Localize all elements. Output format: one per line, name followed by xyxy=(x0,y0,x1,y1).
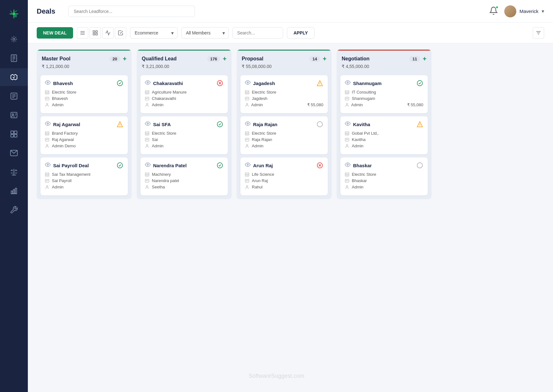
svg-point-38 xyxy=(117,81,123,86)
column-amount: ₹ 3,21,000.00 xyxy=(142,64,227,69)
svg-point-155 xyxy=(419,126,420,126)
sidebar-item-scale[interactable] xyxy=(0,163,28,181)
filter-dropdown[interactable]: Ecommerce All Retail xyxy=(130,27,177,39)
svg-point-141 xyxy=(246,185,248,187)
kanban-card[interactable]: Sai SFA Electric Store Sai Admin xyxy=(140,116,228,154)
svg-point-71 xyxy=(147,82,149,83)
svg-rect-79 xyxy=(145,97,149,100)
kanban-card[interactable]: Sai Payroll Deal Sai Tax Management Sai … xyxy=(40,157,128,195)
svg-rect-25 xyxy=(13,190,15,194)
svg-rect-160 xyxy=(345,138,349,141)
card-assignee-row: Admin xyxy=(345,185,423,189)
card-header: Raj Agarwal xyxy=(45,121,123,128)
svg-rect-171 xyxy=(345,179,349,182)
svg-point-114 xyxy=(246,98,247,99)
svg-point-172 xyxy=(346,180,347,181)
add-card-button[interactable]: + xyxy=(323,56,326,62)
card-title: Jagadesh xyxy=(253,81,275,86)
kanban-card[interactable]: Arun Raj Life Science Arun Raj Rahul xyxy=(240,157,328,195)
new-deal-button[interactable]: NEW DEAL xyxy=(37,27,73,39)
eye-icon xyxy=(145,162,151,169)
sidebar-item-phone[interactable] xyxy=(0,49,28,67)
sidebar-item-reports[interactable] xyxy=(0,87,28,105)
svg-rect-19 xyxy=(14,134,17,137)
card-header: Bhavesh xyxy=(45,80,123,87)
card-company: Electric Store xyxy=(45,90,123,95)
list-view-button[interactable] xyxy=(77,27,88,39)
svg-point-164 xyxy=(346,144,348,146)
card-company: Gobal Pvt Ltd,. xyxy=(345,131,423,136)
eye-icon xyxy=(45,80,51,87)
sidebar-item-dashboard[interactable] xyxy=(0,30,28,48)
svg-point-102 xyxy=(146,180,147,181)
svg-rect-86 xyxy=(145,132,149,135)
sort-button[interactable] xyxy=(533,27,544,39)
kanban-cards: Bhavesh Electric Store Bhavesh Admin Raj… xyxy=(37,73,132,199)
card-title-row: Jagadesh xyxy=(245,80,275,87)
sidebar-item-chart[interactable] xyxy=(0,182,28,200)
sidebar-item-deals[interactable] xyxy=(0,68,28,86)
kanban-card[interactable]: Raj Agarwal Brand Factory Raj Agarwal Ad… xyxy=(40,116,128,154)
search-filter-input[interactable] xyxy=(233,27,283,39)
card-assignee-row: Admin xyxy=(45,185,123,189)
card-title: Arun Raj xyxy=(253,163,273,168)
eye-icon xyxy=(245,80,251,87)
kanban-card[interactable]: Chakaravathi Agriculture Manure Chakarav… xyxy=(140,75,228,113)
eye-icon xyxy=(45,162,51,169)
sidebar-item-mail[interactable] xyxy=(0,144,28,162)
kanban-card[interactable]: Kavitha Gobal Pvt Ltd,. Kavitha Admin xyxy=(340,116,428,154)
card-header: Jagadesh xyxy=(245,80,323,87)
svg-rect-113 xyxy=(245,97,249,100)
notifications-bell[interactable] xyxy=(489,6,498,16)
svg-rect-39 xyxy=(45,90,49,94)
kanban-card[interactable]: Bhavesh Electric Store Bhavesh Admin xyxy=(40,75,128,113)
svg-point-153 xyxy=(347,123,349,125)
chevron-down-icon: ▾ xyxy=(542,8,544,14)
svg-point-44 xyxy=(46,98,47,99)
card-status-icon xyxy=(416,121,423,128)
svg-rect-16 xyxy=(11,131,14,134)
card-company: Electric Store xyxy=(345,172,423,177)
kanban-card[interactable]: Jagadesh Electric Store Jagdesh Admin ₹ … xyxy=(240,75,328,113)
add-card-button[interactable]: + xyxy=(223,56,227,62)
card-title: Chakaravathi xyxy=(153,81,183,86)
card-company: Brand Factory xyxy=(45,131,123,136)
svg-point-152 xyxy=(346,103,348,105)
members-dropdown[interactable]: All Members Admin Seetha Rahul xyxy=(181,27,229,39)
card-person: Chakaravathi xyxy=(145,96,223,101)
kanban-card[interactable]: Shanmugam IT Consulting Shanmugam Admin … xyxy=(340,75,428,113)
card-title: Narendra Patel xyxy=(153,163,187,168)
grid-view-button[interactable] xyxy=(90,27,101,39)
chart-view-button[interactable] xyxy=(102,27,114,39)
add-card-button[interactable]: + xyxy=(423,56,426,62)
header-search-input[interactable] xyxy=(68,6,195,17)
user-profile[interactable]: Maverick ▾ xyxy=(504,5,544,17)
card-assignee-row: Admin xyxy=(145,144,223,148)
kanban-cards: Chakaravathi Agriculture Manure Chakarav… xyxy=(137,73,232,199)
card-header: Sai Payroll Deal xyxy=(45,162,123,169)
card-title-row: Sai Payroll Deal xyxy=(45,162,89,169)
sidebar-item-grid[interactable] xyxy=(0,125,28,143)
svg-rect-3 xyxy=(11,55,16,62)
sidebar-item-contacts[interactable] xyxy=(0,106,28,124)
eye-icon xyxy=(45,121,51,128)
kanban-card[interactable]: Narendra Patel Machinery Narendra patel … xyxy=(140,157,228,195)
main-content: Deals Maverick ▾ NEW DEAL xyxy=(28,0,553,392)
svg-rect-62 xyxy=(45,173,49,176)
card-title: Bhavesh xyxy=(53,81,73,86)
card-person: Shanmugam xyxy=(345,96,423,101)
column-count: 176 xyxy=(207,56,221,62)
eye-icon xyxy=(345,162,351,169)
svg-rect-43 xyxy=(45,97,49,100)
svg-rect-156 xyxy=(345,132,349,135)
sidebar-item-settings[interactable] xyxy=(0,201,28,219)
kanban-card[interactable]: Raja Rajan Electric Store Raja Rajan Adm… xyxy=(240,116,328,154)
kanban-card[interactable]: Bhaskar Electric Store Bhaskar Admin xyxy=(340,157,428,195)
eye-icon xyxy=(245,162,251,169)
check-view-button[interactable] xyxy=(115,27,126,39)
card-status-icon xyxy=(116,80,123,87)
svg-point-175 xyxy=(346,185,348,187)
add-card-button[interactable]: + xyxy=(123,56,127,62)
apply-button[interactable]: APPLY xyxy=(287,27,314,39)
user-name: Maverick xyxy=(519,9,538,14)
